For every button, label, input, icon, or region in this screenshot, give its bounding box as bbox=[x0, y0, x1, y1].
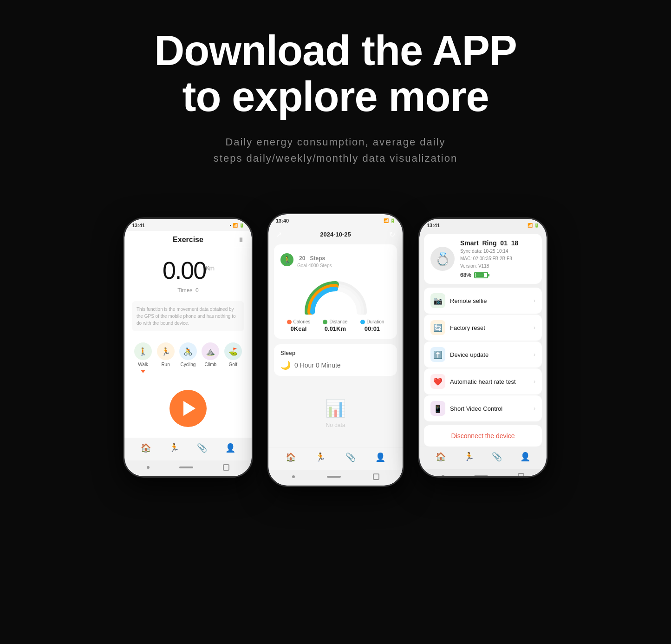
calories-dot bbox=[287, 320, 292, 324]
run-label: Run bbox=[161, 362, 169, 367]
exercise-screen-content: Exercise ⏸ 0.00Km Times 0 This function … bbox=[124, 231, 252, 476]
device-update-chevron: › bbox=[534, 351, 535, 358]
sleep-data: 🌙 0 Hour 0 Minute bbox=[280, 360, 391, 370]
nav-exercise-1[interactable]: 🏃 bbox=[169, 443, 179, 453]
no-data-section: 📊 No data bbox=[268, 380, 403, 447]
phone-exercise: 13:41 ▪ 📶 🔋 Exercise ⏸ 0.00Km bbox=[123, 217, 253, 478]
video-control-label: Short Video Control bbox=[450, 405, 529, 412]
nav-home-2[interactable]: 🏠 bbox=[286, 452, 296, 462]
exercise-bars-icon: ⏸ bbox=[238, 236, 244, 243]
status-icons-2: 📶 🔋 bbox=[384, 218, 395, 223]
status-bar-3: 13:41 📶 🔋 bbox=[419, 219, 547, 231]
battery-tip bbox=[488, 274, 489, 276]
nav-profile-1[interactable]: 👤 bbox=[225, 443, 235, 453]
nav-clips-3[interactable]: 📎 bbox=[492, 452, 502, 462]
battery-row: 68% bbox=[460, 272, 535, 278]
activity-run[interactable]: 🏃 Run bbox=[157, 342, 175, 373]
walk-header: 🚶 20 Steps Goal 4000 Steps bbox=[280, 251, 391, 268]
no-data-icon: 📊 bbox=[325, 399, 346, 418]
distance-dot bbox=[323, 320, 327, 324]
factory-reset-chevron: › bbox=[534, 324, 535, 331]
play-triangle-icon bbox=[183, 401, 195, 416]
disconnect-item[interactable]: Disconnect the device bbox=[424, 425, 542, 447]
recents-gesture-3 bbox=[518, 473, 524, 476]
status-bar-2: 13:40 📶 🔋 bbox=[268, 214, 403, 226]
activity-golf[interactable]: ⛳ Golf bbox=[224, 342, 242, 373]
sleep-header: Sleep bbox=[280, 350, 391, 356]
play-container bbox=[124, 379, 252, 438]
activity-screen-content: ↗ 2024-10-25 ↻ 🚶 20 Steps Goal 4000 Ste bbox=[268, 226, 403, 486]
activity-climb[interactable]: ⛰️ Climb bbox=[202, 342, 219, 373]
bottom-nav-3: 🏠 🏃 📎 👤 bbox=[419, 447, 547, 469]
share-icon[interactable]: ↗ bbox=[276, 230, 282, 239]
hero-subtitle: Daily energy consumption, average daily … bbox=[9, 134, 662, 166]
distance-value: 0.01Km bbox=[325, 325, 346, 332]
activity-cycling[interactable]: 🚴 Cycling bbox=[179, 342, 197, 373]
duration-value: 00:01 bbox=[365, 325, 380, 332]
bottom-gestures-2 bbox=[268, 470, 403, 486]
walk-data: 20 Steps Goal 4000 Steps bbox=[297, 251, 391, 268]
factory-reset-label: Factory reset bbox=[450, 324, 529, 331]
status-time-3: 13:41 bbox=[427, 223, 440, 228]
nav-home-3[interactable]: 🏠 bbox=[436, 452, 446, 462]
refresh-icon[interactable]: ↻ bbox=[389, 230, 395, 239]
activity-walk[interactable]: 🚶 Walk bbox=[134, 342, 152, 373]
remote-selfie-label: Remote selfie bbox=[450, 297, 529, 304]
walk-card: 🚶 20 Steps Goal 4000 Steps bbox=[274, 244, 397, 339]
nav-clips-2[interactable]: 📎 bbox=[345, 452, 356, 462]
settings-heart-rate[interactable]: ❤️ Automatic heart rate test › bbox=[424, 368, 542, 394]
remote-selfie-icon: 📷 bbox=[430, 293, 445, 308]
home-gesture-3 bbox=[474, 475, 488, 476]
hero-section: Download the APP to explore more Daily e… bbox=[0, 0, 671, 185]
calories-stat: Calories 0Kcal bbox=[287, 319, 311, 332]
status-icons-1: ▪ 📶 🔋 bbox=[230, 223, 244, 228]
recents-gesture-2 bbox=[373, 473, 379, 480]
heart-rate-label: Automatic heart rate test bbox=[450, 378, 529, 385]
stats-row: Calories 0Kcal Distance 0.01Km bbox=[280, 319, 391, 332]
phone-settings: 13:41 📶 🔋 💍 Smart_Ring_01_18 Sync data: … bbox=[418, 217, 548, 478]
nav-profile-3[interactable]: 👤 bbox=[520, 452, 530, 462]
distance-stat: Distance 0.01Km bbox=[323, 319, 347, 332]
back-gesture-1 bbox=[147, 466, 150, 469]
back-gesture-2 bbox=[292, 475, 295, 478]
golf-label: Golf bbox=[229, 362, 237, 367]
exercise-title: Exercise bbox=[173, 236, 203, 244]
nav-exercise-3[interactable]: 🏃 bbox=[464, 452, 474, 462]
walk-activity-icon: 🚶 bbox=[280, 253, 293, 266]
bottom-gestures-1 bbox=[124, 460, 252, 476]
remote-selfie-chevron: › bbox=[534, 297, 535, 304]
no-data-label: No data bbox=[326, 422, 345, 428]
status-time-2: 13:40 bbox=[276, 218, 289, 223]
cycling-label: Cycling bbox=[181, 362, 196, 367]
golf-icon: ⛳ bbox=[224, 342, 242, 360]
climb-label: Climb bbox=[205, 362, 217, 367]
walk-goal: Goal 4000 Steps bbox=[297, 263, 391, 268]
settings-device-update[interactable]: ⬆️ Device update › bbox=[424, 342, 542, 368]
heart-rate-icon: ❤️ bbox=[430, 374, 445, 389]
nav-clips-1[interactable]: 📎 bbox=[197, 443, 207, 453]
settings-video-control[interactable]: 📱 Short Video Control › bbox=[424, 395, 542, 421]
walk-steps: 20 Steps bbox=[297, 251, 391, 263]
back-gesture-3 bbox=[442, 475, 444, 476]
device-sync: Sync data: 10-25 10:14 MAC: 02:08:35:FB:… bbox=[460, 248, 535, 270]
settings-factory-reset[interactable]: 🔄 Factory reset › bbox=[424, 315, 542, 341]
duration-dot bbox=[360, 320, 365, 324]
disconnect-label[interactable]: Disconnect the device bbox=[451, 432, 515, 440]
arc-chart-svg bbox=[299, 273, 373, 315]
hero-title: Download the APP to explore more bbox=[9, 28, 662, 120]
settings-remote-selfie[interactable]: 📷 Remote selfie › bbox=[424, 288, 542, 314]
sleep-time: 0 Hour 0 Minute bbox=[294, 361, 341, 369]
video-control-chevron: › bbox=[534, 405, 535, 412]
settings-list: 📷 Remote selfie › 🔄 Factory reset › ⬆️ D… bbox=[424, 288, 542, 421]
calories-value: 0Kcal bbox=[291, 325, 307, 332]
phones-section: 13:41 ▪ 📶 🔋 Exercise ⏸ 0.00Km bbox=[0, 185, 671, 533]
nav-home-1[interactable]: 🏠 bbox=[141, 443, 151, 453]
bottom-nav-1: 🏠 🏃 📎 👤 bbox=[124, 438, 252, 460]
duration-stat: Duration 00:01 bbox=[360, 319, 384, 332]
walk-icon: 🚶 bbox=[134, 342, 152, 360]
nav-exercise-2[interactable]: 🏃 bbox=[315, 452, 326, 462]
play-button[interactable] bbox=[169, 390, 207, 427]
exercise-header: Exercise ⏸ bbox=[124, 231, 252, 247]
nav-profile-2[interactable]: 👤 bbox=[375, 452, 385, 462]
status-time-1: 13:41 bbox=[132, 223, 145, 228]
